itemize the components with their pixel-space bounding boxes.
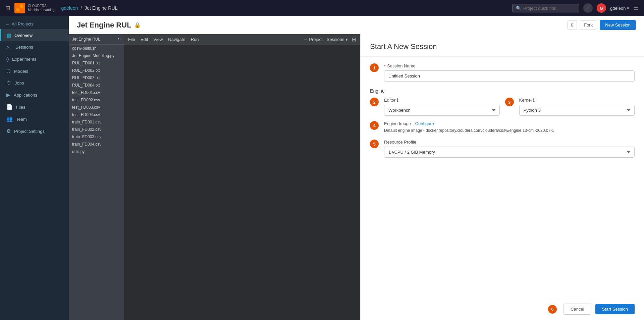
sidebar-item-overview[interactable]: ▦ Overview <box>0 29 69 41</box>
file-tree-item[interactable]: train_FD004.csv <box>69 141 124 148</box>
header-right: 🔍 + G gdeleon ▾ ☰ <box>512 3 639 13</box>
file-tree-item[interactable]: RUL_FD003.txt <box>69 74 124 82</box>
main-content: Jet Engine RUL 🔒 0 Fork New Session Mode… <box>69 16 644 320</box>
grid-menu-icon[interactable]: ⊞ <box>5 4 10 12</box>
sidebar-item-label: Project Settings <box>14 129 45 134</box>
step-badge-4: 4 <box>370 121 379 130</box>
file-tree-panel: Jet Engine RUL ↻ cdsw-build.shJet-Engine… <box>69 34 124 320</box>
sidebar-item-project-settings[interactable]: ⚙ Project Settings <box>0 125 69 137</box>
files-icon: 📄 <box>6 104 13 110</box>
project-header: Jet Engine RUL 🔒 0 Fork New Session <box>69 16 644 34</box>
sidebar-item-sessions[interactable]: >_ Sessions <box>0 41 69 53</box>
file-tree-item[interactable]: test_FD004.csv <box>69 111 124 118</box>
sidebar-item-files[interactable]: 📄 Files <box>0 101 69 113</box>
refresh-icon[interactable]: ↻ <box>117 37 121 42</box>
add-button[interactable]: + <box>583 3 593 13</box>
top-menu-icon[interactable]: ☰ <box>633 4 639 12</box>
logo: CLOUDERA Machine Learning <box>14 3 55 13</box>
kernel-select[interactable]: Python 3 <box>519 105 635 116</box>
svg-rect-3 <box>20 8 23 11</box>
new-session-button[interactable]: New Session <box>600 20 636 30</box>
sidebar-item-applications[interactable]: ▶ Applications <box>0 89 69 101</box>
editor-panel: File Edit View Navigate Run ← Project Se… <box>124 34 360 320</box>
back-arrow-icon: ← <box>5 21 10 26</box>
new-session-header: Start A New Session <box>361 34 644 57</box>
editor-menu-navigate[interactable]: Navigate <box>168 37 185 42</box>
resource-profile-select[interactable]: 1 vCPU / 2 GiB Memory <box>384 147 635 158</box>
sidebar-item-jobs[interactable]: ⏱ Jobs <box>0 77 69 89</box>
file-tree-item[interactable]: RUL_FD002.txt <box>69 67 124 74</box>
sidebar-nav: ▦ Overview >_ Sessions ⟠ Experiments ⬡ M… <box>0 29 69 320</box>
logo-text: CLOUDERA Machine Learning <box>28 4 55 12</box>
session-name-section: 1 * Session Name <box>370 63 635 82</box>
sidebar-item-label: Files <box>16 105 25 110</box>
sidebar-item-team[interactable]: 👥 Team <box>0 113 69 125</box>
file-tree-item[interactable]: Jet-Engine-Modeling.py <box>69 52 124 59</box>
step-badge-3: 3 <box>505 98 514 106</box>
breadcrumb: gdeleon / Jet Engine RUL <box>61 5 508 11</box>
resource-profile-label: Resource Profile <box>384 140 635 145</box>
file-tree-item[interactable]: train_FD002.csv <box>69 126 124 133</box>
file-tree-item[interactable]: train_FD003.csv <box>69 133 124 141</box>
content-scroll: Models Jobs This project has no job File… <box>69 34 644 320</box>
breadcrumb-project: Jet Engine RUL <box>85 5 117 11</box>
sidebar-item-models[interactable]: ⬡ Models <box>0 65 69 77</box>
sidebar-item-label: Sessions <box>15 45 33 50</box>
resource-profile-section: 5 Resource Profile 1 vCPU / 2 GiB Memory <box>370 140 635 158</box>
session-name-input[interactable] <box>384 70 635 82</box>
logo-icon <box>14 3 25 13</box>
editor-menu-file[interactable]: File <box>128 37 135 42</box>
svg-rect-2 <box>16 8 19 11</box>
project-link[interactable]: ← Project <box>304 37 323 42</box>
jobs-icon: ⏱ <box>6 80 11 86</box>
svg-rect-1 <box>20 5 23 8</box>
sidebar-item-experiments[interactable]: ⟠ Experiments <box>0 53 69 65</box>
new-session-panel: Start A New Session 1 * Session Name <box>360 34 644 320</box>
editor-menubar: File Edit View Navigate Run ← Project Se… <box>124 34 360 45</box>
editor-menu-edit[interactable]: Edit <box>141 37 148 42</box>
editor-menu-view[interactable]: View <box>153 37 163 42</box>
breadcrumb-user[interactable]: gdeleon <box>61 5 78 11</box>
lock-icon: 🔒 <box>134 22 141 28</box>
cancel-button[interactable]: Cancel <box>564 304 591 315</box>
project-search-box[interactable]: 🔍 <box>512 4 579 12</box>
editor-field: 2 Editor ℹ Workbench <box>370 98 499 116</box>
file-tree-item[interactable]: RUL_FD001.txt <box>69 59 124 67</box>
engine-image-section: 4 Engine Image - Configure Default engin… <box>370 121 635 133</box>
file-tree-item[interactable]: cdsw-build.sh <box>69 45 124 52</box>
sidebar-item-label: Jobs <box>15 81 24 86</box>
session-name-label: * Session Name <box>384 63 635 68</box>
start-session-button[interactable]: Start Session <box>595 304 635 314</box>
new-session-body: 1 * Session Name <box>361 57 644 298</box>
fork-button[interactable]: Fork <box>580 20 597 30</box>
user-name[interactable]: gdeleon ▾ <box>610 6 629 11</box>
ide-overlay: Jet Engine RUL ↻ cdsw-build.shJet-Engine… <box>69 34 644 320</box>
file-tree-item[interactable]: utils.py <box>69 148 124 155</box>
search-input[interactable] <box>523 6 576 11</box>
file-tree-header: Jet Engine RUL ↻ <box>69 34 124 45</box>
editor-menu-run[interactable]: Run <box>191 37 199 42</box>
editor-select[interactable]: Workbench <box>384 105 499 116</box>
editor-content-area <box>124 45 360 320</box>
editor-label: Editor ℹ <box>384 98 499 103</box>
team-icon: 👥 <box>6 116 13 122</box>
sidebar-item-label: Experiments <box>12 57 36 62</box>
file-tree-item[interactable]: RUL_FD004.txt <box>69 82 124 89</box>
all-projects-link[interactable]: ← All Projects <box>0 19 69 29</box>
breadcrumb-separator: / <box>80 5 82 11</box>
configure-link[interactable]: Configure <box>415 121 434 126</box>
experiments-icon: ⟠ <box>6 56 9 62</box>
file-tree-item[interactable]: test_FD003.csv <box>69 104 124 111</box>
settings-icon: ⚙ <box>6 128 11 134</box>
sessions-icon: >_ <box>6 44 12 50</box>
file-tree-item[interactable]: test_FD001.csv <box>69 89 124 96</box>
step-badge-1: 1 <box>370 63 379 72</box>
grid-view-icon[interactable]: ⊞ <box>352 36 356 43</box>
engine-section: Engine 2 Editor ℹ <box>370 88 635 158</box>
page-title: Jet Engine RUL <box>77 21 131 30</box>
user-avatar: G <box>597 3 606 13</box>
sessions-dropdown[interactable]: Sessions ▾ <box>327 37 348 42</box>
file-tree-item[interactable]: train_FD001.csv <box>69 118 124 126</box>
models-icon: ⬡ <box>6 68 11 74</box>
file-tree-item[interactable]: test_FD002.csv <box>69 96 124 104</box>
